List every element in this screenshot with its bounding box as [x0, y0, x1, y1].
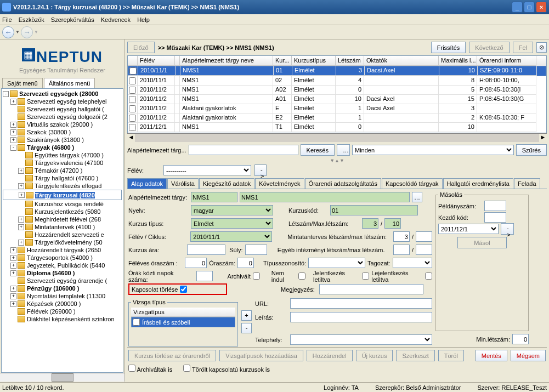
close-button[interactable]: ×: [536, 2, 547, 13]
nemind-checkbox[interactable]: [298, 272, 305, 280]
vt-add-button[interactable]: +: [241, 310, 252, 321]
suly-input[interactable]: [245, 245, 267, 255]
grid-header[interactable]: Félév: [138, 56, 175, 66]
ktip-select[interactable]: Elmélet: [191, 218, 273, 229]
expand-icon[interactable]: +: [10, 293, 16, 299]
torolt-check[interactable]: Törölt kapcsolatú kurzusok is: [183, 365, 270, 373]
tree-node[interactable]: +Meghirdetett félévei (268: [3, 215, 122, 223]
table-row[interactable]: 2010/11/2NMS1A02Elmélet05P:08:45-10:30(l: [128, 86, 546, 95]
minl-input[interactable]: [512, 334, 529, 344]
tree-node[interactable]: Szervezeti egység órarendje (: [3, 277, 122, 285]
row-checkbox[interactable]: [129, 124, 136, 131]
grid-scroll-right[interactable]: ►: [539, 134, 547, 142]
tree-node[interactable]: -Tárgyak (46800 ): [3, 144, 122, 151]
tree-label[interactable]: Virtuális szakok (29000 ): [27, 121, 93, 128]
tree-node[interactable]: +Jegyzetek, Publikációk (5440: [3, 262, 122, 269]
grid-header[interactable]: Alapértelmezett tárgy neve: [180, 56, 273, 66]
tree-label[interactable]: Diploma (54600 ): [27, 270, 75, 276]
megsem-button[interactable]: Mégsem: [511, 350, 546, 361]
tree-node[interactable]: Félévek (269000 ): [3, 308, 122, 315]
grid-header[interactable]: Oktatók: [364, 56, 439, 66]
tree-node[interactable]: Kurzushoz vizsga rendelé: [3, 200, 122, 208]
tipaz-select[interactable]: [308, 258, 365, 268]
egyeb1-input[interactable]: [393, 245, 410, 255]
tree-node[interactable]: Diákhitel képzésenkénti szinkron: [3, 315, 122, 323]
tree-label[interactable]: Jegyzetek, Publikációk (5440: [27, 262, 105, 269]
let-input[interactable]: [362, 218, 378, 229]
expand-icon[interactable]: +: [18, 183, 24, 189]
tree-label[interactable]: Nyomtatási templatek (11300: [27, 293, 105, 299]
hscroll-thumb[interactable]: [52, 373, 73, 382]
tree-label[interactable]: Pénzügy (106000 ): [27, 285, 79, 292]
expand-icon[interactable]: +: [10, 247, 16, 253]
detail-tab[interactable]: Kapcsolódó tárgyak: [382, 178, 443, 189]
tree-label[interactable]: Diákhitel képzésenkénti szinkron: [27, 316, 115, 322]
tree-node[interactable]: +Szakok (30800 ): [3, 128, 122, 136]
tree-view[interactable]: -Szervezeti egységek (28000+Szervezeti e…: [1, 88, 123, 373]
pin-icon[interactable]: ⊘: [536, 42, 547, 53]
tree-label[interactable]: Hozzárendelt tárgyak (2650: [27, 247, 101, 253]
detail-tab[interactable]: Kiegészítő adatok: [199, 178, 254, 189]
tree-label[interactable]: Hozzárendelt szervezeti e: [35, 231, 104, 238]
course-grid[interactable]: FélévAlapértelmezett tárgy neveKur...Kur…: [127, 55, 547, 133]
tree-label[interactable]: Témakör (47200 ): [35, 167, 82, 174]
archivaltak-check[interactable]: Archiváltak is: [128, 365, 172, 373]
tree-node[interactable]: +Képzések (200000 ): [3, 300, 122, 308]
tree-node[interactable]: +Szervezeti egység telephelyei: [3, 98, 122, 105]
leir-input[interactable]: [290, 312, 432, 322]
detail-tab[interactable]: Órarendi adatszolgáltatás: [305, 178, 381, 189]
grid-scroll-left[interactable]: ◄: [127, 134, 135, 142]
tel-select[interactable]: [290, 334, 432, 345]
table-row[interactable]: 2010/11/2Alaktani gyakorlatokE2Elmélet12…: [128, 113, 546, 123]
tree-label[interactable]: Tárgyjelentkezés elfogad: [35, 183, 101, 189]
expand-icon[interactable]: +: [10, 270, 16, 276]
tree-node[interactable]: +Tárgy kurzusai (4820: [3, 190, 122, 200]
ora-input[interactable]: [237, 258, 254, 268]
vt-row[interactable]: Írásbeli és szóbeli: [131, 317, 235, 327]
expand-icon[interactable]: +: [18, 168, 24, 174]
menu-help[interactable]: Help: [137, 16, 150, 23]
kezd-input[interactable]: [484, 212, 506, 223]
tree-label[interactable]: Szervezeti egység órarendje (: [27, 277, 107, 284]
tree-label[interactable]: Meghirdetett félévei (268: [35, 216, 101, 223]
row-checkbox[interactable]: [129, 77, 136, 84]
grid-header[interactable]: Maximális l...: [439, 56, 477, 66]
grid-header[interactable]: [175, 56, 180, 66]
row-checkbox[interactable]: [129, 105, 136, 112]
tree-label[interactable]: Szakok (30800 ): [27, 129, 71, 135]
tree-label[interactable]: Szervezeti egység hallgatói (: [27, 106, 104, 112]
minta2-input[interactable]: [416, 231, 432, 242]
filter-input[interactable]: [189, 145, 298, 155]
table-row[interactable]: 2010/11/1NMS102Elmélet48H:08:00-10:00,: [128, 76, 546, 86]
url-input[interactable]: [290, 298, 432, 309]
tree-node[interactable]: Tárgyekvivalencia (47100: [3, 159, 122, 167]
nav-back-button[interactable]: ←: [2, 26, 14, 38]
copy-go-button[interactable]: ->: [501, 223, 514, 235]
tree-label[interactable]: Szakirányok (31800 ): [27, 137, 84, 143]
tree-label[interactable]: Szervezeti egységek (28000: [19, 90, 98, 97]
row-checkbox[interactable]: [129, 87, 136, 94]
expand-icon[interactable]: +: [10, 255, 16, 261]
expand-icon[interactable]: +: [10, 137, 16, 143]
expand-icon[interactable]: +: [10, 301, 16, 307]
onk-input[interactable]: [196, 271, 213, 281]
alap-more-button[interactable]: …: [412, 192, 422, 202]
for-input[interactable]: [185, 258, 207, 268]
collapse-icon[interactable]: ▼▲▼: [127, 158, 547, 163]
tree-label[interactable]: Tárgy kurzusai (4820: [35, 192, 95, 198]
expand-icon[interactable]: +: [10, 122, 16, 128]
fcik-select[interactable]: 2010/11/1: [190, 231, 272, 242]
tree-node[interactable]: +Tárgyjelentkezés elfogad: [3, 182, 122, 190]
mentes-button[interactable]: Mentés: [476, 350, 507, 361]
tree-label[interactable]: Kurzushoz vizsga rendelé: [35, 201, 104, 207]
table-row[interactable]: 2010/11/2NMS1A01Elmélet10Dacsi Axel15P:0…: [128, 95, 546, 104]
alap-code-input[interactable]: [191, 192, 237, 202]
tree-node[interactable]: +Témakör (47200 ): [3, 167, 122, 174]
nyelv-select[interactable]: magyar: [191, 205, 273, 215]
tree-node[interactable]: Hozzárendelt szervezeti e: [3, 231, 122, 238]
expand-icon[interactable]: +: [18, 240, 24, 246]
tree-label[interactable]: Tárgyekvivalencia (47100: [35, 160, 103, 166]
expand-icon[interactable]: +: [10, 129, 16, 135]
alap-name-input[interactable]: [240, 192, 410, 202]
tree-label[interactable]: Képzések (200000 ): [27, 300, 81, 307]
